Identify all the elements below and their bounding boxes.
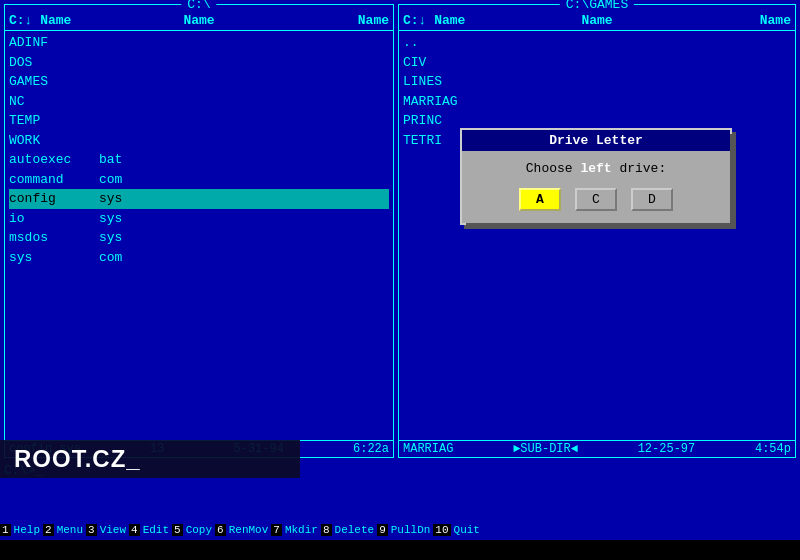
right-col3-header: Name	[662, 13, 791, 28]
fkey-9-label: PullDn	[388, 524, 434, 536]
file-row[interactable]: GAMES	[9, 72, 389, 92]
left-panel-header: C:↓ Name Name Name	[5, 11, 393, 31]
file-row[interactable]: commandcom	[9, 170, 389, 190]
funckey-bar: 1 Help 2 Menu 3 View 4 Edit 5 Copy 6 Ren…	[0, 520, 800, 540]
file-row[interactable]: CIV	[403, 53, 791, 73]
file-ext: bat	[99, 152, 122, 167]
file-row[interactable]: autoexecbat	[9, 150, 389, 170]
file-row[interactable]: syscom	[9, 248, 389, 268]
fkey-3-num: 3	[86, 524, 97, 536]
fkey-4-label: Edit	[140, 524, 172, 536]
fkey-7-label: Mkdir	[282, 524, 321, 536]
left-col3-header: Name	[262, 13, 389, 28]
file-name: autoexec	[9, 150, 99, 170]
dialog-buttons: A C D	[474, 188, 718, 211]
file-name: ADINF	[9, 33, 89, 53]
file-name: TEMP	[9, 111, 89, 131]
right-panel-title: C:\GAMES	[560, 0, 634, 12]
file-name: ..	[403, 35, 419, 50]
fkey-3[interactable]: 3 View	[86, 524, 129, 536]
fkey-6-label: RenMov	[226, 524, 272, 536]
file-name: MARRIAG	[403, 94, 458, 109]
left-panel: C:\ C:↓ Name Name Name ADINF DOS GAMES N…	[4, 4, 394, 458]
left-col1-header: C:↓ Name	[9, 13, 136, 28]
file-name: NC	[9, 92, 89, 112]
dialog-msg-post: drive:	[612, 161, 667, 176]
right-status-time: 4:54p	[755, 442, 791, 456]
file-name: command	[9, 170, 99, 190]
fkey-2[interactable]: 2 Menu	[43, 524, 86, 536]
file-row[interactable]: iosys	[9, 209, 389, 229]
fkey-2-label: Menu	[54, 524, 86, 536]
file-row[interactable]: ..	[403, 33, 791, 53]
fkey-10-label: Quit	[451, 524, 483, 536]
right-status-filename: MARRIAG	[403, 442, 453, 456]
file-name: config	[9, 189, 99, 209]
file-name: LINES	[403, 74, 442, 89]
left-panel-files: ADINF DOS GAMES NC TEMP WORK autoexecbat…	[5, 31, 393, 269]
file-ext: sys	[99, 211, 122, 226]
fkey-5-label: Copy	[183, 524, 215, 536]
file-row[interactable]: NC	[9, 92, 389, 112]
file-row-selected[interactable]: configsys	[9, 189, 389, 209]
fkey-9[interactable]: 9 PullDn	[377, 524, 433, 536]
dialog-body: Choose left drive: A C D	[462, 151, 730, 223]
file-name: CIV	[403, 55, 426, 70]
fkey-2-num: 2	[43, 524, 54, 536]
logo-text: ROOT.CZ_	[14, 445, 141, 473]
right-status-bar: MARRIAG ►SUB-DIR◄ 12-25-97 4:54p	[399, 440, 795, 457]
file-name: WORK	[9, 131, 89, 151]
fkey-9-num: 9	[377, 524, 388, 536]
fkey-1[interactable]: 1 Help	[0, 524, 43, 536]
fkey-4[interactable]: 4 Edit	[129, 524, 172, 536]
file-ext: sys	[99, 191, 122, 206]
logo-bar: ROOT.CZ_	[0, 440, 300, 478]
file-row[interactable]: ADINF	[9, 33, 389, 53]
file-row[interactable]: WORK	[9, 131, 389, 151]
fkey-8-label: Delete	[332, 524, 378, 536]
fkey-1-label: Help	[11, 524, 43, 536]
fkey-3-label: View	[97, 524, 129, 536]
file-row[interactable]: msdossys	[9, 228, 389, 248]
right-panel-header: C:↓ Name Name Name	[399, 11, 795, 31]
file-ext: com	[99, 172, 122, 187]
dialog-message: Choose left drive:	[474, 161, 718, 176]
dialog-msg-highlight: left	[580, 161, 611, 176]
fkey-8-num: 8	[321, 524, 332, 536]
file-name: TETRI	[403, 133, 442, 148]
right-col1-header: C:↓ Name	[403, 13, 532, 28]
left-status-time: 6:22a	[353, 442, 389, 456]
left-col2-header: Name	[136, 13, 263, 28]
file-name: msdos	[9, 228, 99, 248]
dos-screen: C:\ C:↓ Name Name Name ADINF DOS GAMES N…	[0, 0, 800, 520]
file-row[interactable]: DOS	[9, 53, 389, 73]
dialog-msg-pre: Choose	[526, 161, 581, 176]
drive-d-button[interactable]: D	[631, 188, 673, 211]
fkey-4-num: 4	[129, 524, 140, 536]
fkey-10-num: 10	[433, 524, 450, 536]
file-name: sys	[9, 248, 99, 268]
right-status-date: 12-25-97	[638, 442, 696, 456]
file-row[interactable]: TEMP	[9, 111, 389, 131]
fkey-7-num: 7	[271, 524, 282, 536]
fkey-7[interactable]: 7 Mkdir	[271, 524, 321, 536]
file-row[interactable]: LINES	[403, 72, 791, 92]
fkey-5[interactable]: 5 Copy	[172, 524, 215, 536]
fkey-6[interactable]: 6 RenMov	[215, 524, 271, 536]
right-panel: C:\GAMES C:↓ Name Name Name .. CIV LINES…	[398, 4, 796, 458]
fkey-6-num: 6	[215, 524, 226, 536]
funckeys: 1 Help 2 Menu 3 View 4 Edit 5 Copy 6 Ren…	[0, 524, 800, 536]
fkey-10[interactable]: 10 Quit	[433, 524, 483, 536]
file-name: DOS	[9, 53, 89, 73]
file-name: io	[9, 209, 99, 229]
drive-c-button[interactable]: C	[575, 188, 617, 211]
drive-a-button[interactable]: A	[519, 188, 561, 211]
file-ext: sys	[99, 230, 122, 245]
file-name: PRINC	[403, 113, 442, 128]
fkey-5-num: 5	[172, 524, 183, 536]
fkey-1-num: 1	[0, 524, 11, 536]
file-row[interactable]: MARRIAG	[403, 92, 791, 112]
right-col2-header: Name	[532, 13, 661, 28]
file-name: GAMES	[9, 72, 89, 92]
fkey-8[interactable]: 8 Delete	[321, 524, 377, 536]
